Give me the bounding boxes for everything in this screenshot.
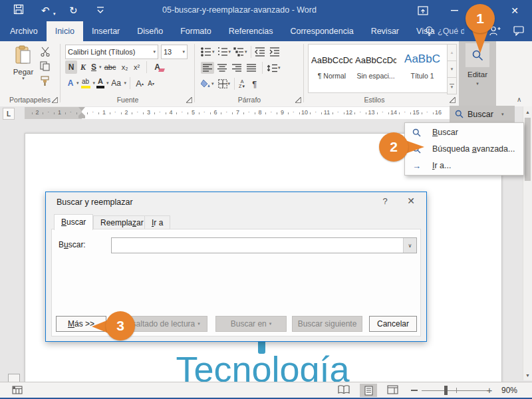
dialog-tab-buscar[interactable]: Buscar (54, 214, 93, 230)
vertical-scrollbar[interactable]: ▲ ▼ (523, 106, 532, 380)
left-indent-marker[interactable] (78, 116, 85, 118)
borders-icon[interactable] (218, 79, 227, 88)
superscript-button[interactable]: x² (131, 61, 143, 74)
menu-item-ir-a[interactable]: → Ir a... (406, 158, 521, 174)
justify-icon[interactable] (245, 62, 258, 74)
find-split-button[interactable]: Buscar ▾ (450, 106, 515, 122)
search-combobox[interactable]: ∨ (111, 237, 417, 253)
ruler-ticks: 1234567891011121314151612···············… (25, 107, 452, 119)
shading-caret-icon[interactable]: ▾ (211, 81, 214, 86)
styles-dialog-launcher[interactable] (450, 97, 456, 103)
collapse-ribbon-icon[interactable]: ∧ (517, 96, 521, 103)
paragraph-dialog-launcher[interactable] (295, 97, 301, 103)
bullets-icon[interactable] (201, 47, 211, 57)
font-name-combobox[interactable]: Calibri Light (Títulos) ▾ (65, 45, 158, 59)
text-effects-button[interactable]: A (65, 76, 76, 90)
print-layout-icon[interactable] (360, 384, 377, 397)
lightbulb-icon[interactable] (424, 26, 434, 37)
sort-icon[interactable]: A Z▼ (239, 79, 245, 89)
align-left-icon[interactable] (201, 62, 214, 74)
copy-icon[interactable] (40, 61, 50, 71)
tab-correspondencia[interactable]: Correspondencia (281, 21, 362, 41)
comment-icon[interactable] (513, 26, 524, 36)
redo-icon[interactable]: ↻ (69, 5, 78, 17)
dialog-close-icon[interactable]: ✕ (404, 196, 418, 206)
numbering-icon[interactable] (217, 47, 228, 57)
style-sin-espaciado[interactable]: AaBbCcDc Sin espaci... (355, 49, 396, 88)
web-layout-icon[interactable] (387, 385, 398, 394)
tab-revisar[interactable]: Revisar (362, 21, 408, 41)
decrease-indent-icon[interactable] (255, 47, 265, 57)
underline-caret-icon[interactable]: ▾ (99, 65, 102, 70)
font-size-combobox[interactable]: 13 ▾ (161, 45, 188, 59)
cut-icon[interactable] (40, 47, 51, 57)
zoom-level[interactable]: 90% (501, 386, 517, 395)
highlight-color-button[interactable]: ab (79, 76, 92, 90)
numbering-caret-icon[interactable]: ▾ (229, 49, 231, 55)
menu-search-icon (406, 128, 432, 137)
dialog-help-icon[interactable]: ? (378, 196, 392, 206)
search-combobox-caret-icon[interactable]: ∨ (403, 238, 416, 253)
borders-caret-icon[interactable]: ▾ (228, 81, 231, 86)
zoom-in-icon[interactable]: + (485, 384, 494, 395)
pilcrow-icon[interactable]: ¶ (252, 79, 257, 89)
multilevel-list-icon[interactable] (233, 47, 244, 57)
format-painter-icon[interactable] (40, 76, 50, 86)
save-icon[interactable] (13, 4, 24, 15)
font-color-button[interactable]: A (95, 76, 106, 90)
underline-button[interactable]: S (89, 61, 98, 74)
style-titulo1[interactable]: AaBbC Título 1 (400, 49, 444, 88)
paste-button[interactable]: Pegar ▾ (8, 44, 39, 93)
undo-caret-icon[interactable]: ▾ (53, 8, 56, 20)
line-spacing-icon[interactable] (267, 64, 277, 72)
minimize-button[interactable] (443, 0, 466, 21)
undo-icon[interactable]: ↶ (41, 5, 50, 17)
tab-stop-selector[interactable]: L (3, 108, 15, 120)
line-spacing-caret-icon[interactable]: ▾ (278, 65, 281, 70)
subscript-button[interactable]: x₂ (119, 61, 131, 74)
tab-referencias[interactable]: Referencias (220, 21, 282, 41)
zoom-out-icon[interactable] (411, 390, 418, 391)
scroll-up-icon[interactable]: ▲ (523, 107, 532, 116)
dialog-tab-ir-a[interactable]: Ir a (144, 215, 170, 230)
tab-diseno[interactable]: Diseño (128, 21, 172, 41)
bullets-caret-icon[interactable]: ▾ (212, 49, 215, 55)
style-normal[interactable]: AaBbCcDc ¶ Normal (311, 49, 352, 88)
multilevel-caret-icon[interactable]: ▾ (245, 49, 247, 55)
first-line-indent-marker[interactable] (78, 107, 85, 111)
tab-inicio[interactable]: Inicio (47, 21, 83, 41)
bold-button[interactable]: N (65, 61, 77, 74)
align-center-icon[interactable] (215, 62, 229, 74)
zoom-slider-thumb[interactable] (444, 386, 448, 395)
clear-formatting-button[interactable]: A (150, 61, 165, 74)
shading-icon[interactable] (201, 79, 211, 88)
dialog-tab-reemplazar[interactable]: Reemplazar (93, 215, 151, 230)
macro-record-icon[interactable] (12, 386, 23, 394)
close-button[interactable]: ✕ (503, 0, 526, 21)
strikethrough-button[interactable]: abc (102, 61, 119, 74)
change-case-button[interactable]: Aa (109, 76, 124, 90)
customize-qat-icon[interactable] (97, 6, 104, 14)
styles-scroll-down-icon[interactable]: ▼ (447, 61, 457, 78)
styles-scroll-up-icon[interactable]: ▲ (447, 44, 457, 61)
tab-formato[interactable]: Formato (172, 21, 220, 41)
styles-more-icon[interactable]: ▼ (447, 78, 457, 94)
align-right-icon[interactable] (230, 62, 243, 74)
tell-me-label[interactable]: ¿Qué de (438, 27, 464, 36)
change-case-caret-icon[interactable]: ▾ (124, 80, 127, 86)
tab-insertar[interactable]: Insertar (83, 21, 128, 41)
tab-archivo[interactable]: Archivo (1, 21, 47, 41)
scrollbar-thumb[interactable] (525, 118, 531, 181)
grow-font-button[interactable]: A▴ (134, 76, 146, 90)
clipboard-dialog-launcher[interactable] (52, 97, 58, 103)
read-mode-icon[interactable] (338, 385, 350, 394)
shrink-font-button[interactable]: A▾ (146, 76, 156, 90)
increase-indent-icon[interactable] (269, 47, 280, 57)
italic-button[interactable]: K (77, 61, 89, 74)
horizontal-ruler[interactable]: 1234567891011121314151612···············… (25, 107, 452, 119)
cancel-button[interactable]: Cancelar (369, 316, 417, 332)
text-effects-caret-icon[interactable]: ▾ (76, 80, 79, 86)
scroll-down-icon[interactable]: ▼ (523, 370, 532, 380)
ribbon-display-options-icon[interactable] (412, 0, 434, 21)
font-dialog-launcher[interactable] (186, 97, 192, 103)
